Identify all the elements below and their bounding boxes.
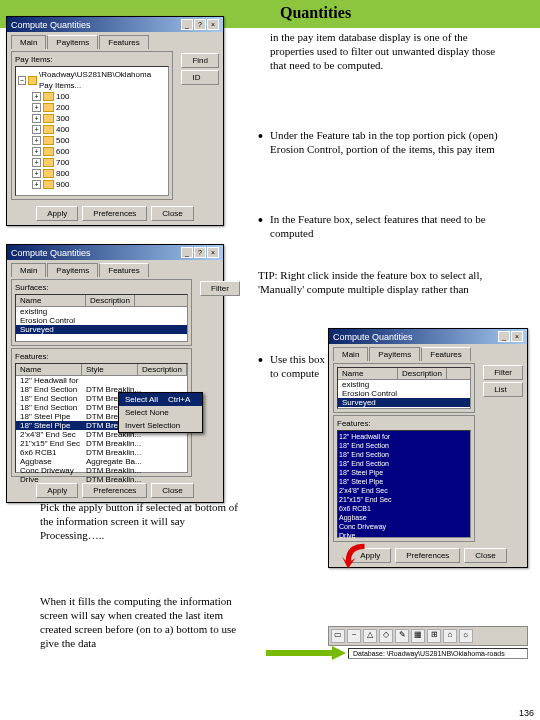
close-button[interactable]: × (511, 331, 523, 342)
expand-icon[interactable]: + (32, 147, 41, 156)
list-item[interactable]: Erosion Control (339, 389, 400, 398)
tab-main[interactable]: Main (11, 35, 46, 49)
filter-button[interactable]: Filter (200, 281, 240, 296)
surfaces-list[interactable]: NameDescription existing Erosion Control… (337, 367, 471, 409)
apply-button[interactable]: Apply (36, 206, 78, 221)
id-button[interactable]: ID (181, 70, 219, 85)
tool-icon[interactable]: ✎ (395, 629, 409, 643)
tool-icon[interactable]: ▦ (411, 629, 425, 643)
tab-features[interactable]: Features (99, 35, 149, 49)
list-item[interactable]: 6x6 RCB1 (339, 504, 469, 513)
list-item[interactable]: 12" Headwall for (339, 432, 469, 441)
list-item[interactable]: Erosion Control (17, 316, 78, 325)
find-button[interactable]: Find (181, 53, 219, 68)
titlebar[interactable]: Compute Quantities _ × (329, 329, 527, 344)
col-desc[interactable]: Description (138, 364, 187, 375)
list-item[interactable]: Drive (17, 475, 83, 484)
list-item[interactable]: 18" End Section (17, 385, 83, 394)
features-selected-list[interactable]: 12" Headwall for 18" End Section 18" End… (337, 430, 471, 538)
list-item[interactable]: 18" End Section (17, 403, 83, 412)
list-item[interactable]: 2'x4'8" End Sec (17, 430, 83, 439)
menu-select-all[interactable]: Select AllCtrl+A (119, 393, 202, 406)
close-button[interactable]: × (207, 19, 219, 30)
expand-icon[interactable]: + (32, 114, 41, 123)
list-item[interactable]: 2'x4'8" End Sec (339, 486, 469, 495)
tab-features[interactable]: Features (99, 263, 149, 277)
close-button[interactable]: × (207, 247, 219, 258)
payitems-tree[interactable]: −\Roadway\US281NB\Oklahoma Pay Items... … (15, 66, 169, 196)
tree-folder[interactable]: 900 (56, 179, 69, 190)
close-button[interactable]: Close (464, 548, 506, 563)
preferences-button[interactable]: Preferences (395, 548, 460, 563)
tree-folder[interactable]: 300 (56, 113, 69, 124)
list-item[interactable]: 18" End Section (339, 441, 469, 450)
list-item[interactable]: 18" Steel Pipe (17, 421, 83, 430)
tab-main[interactable]: Main (11, 263, 46, 277)
col-name[interactable]: Name (338, 368, 398, 379)
list-item[interactable]: 18" End Section (17, 394, 83, 403)
tree-folder[interactable]: 700 (56, 157, 69, 168)
tree-folder[interactable]: 100 (56, 91, 69, 102)
collapse-icon[interactable]: − (18, 76, 26, 85)
list-item[interactable]: 18" End Section (339, 459, 469, 468)
col-style[interactable]: Style (82, 364, 138, 375)
tab-main[interactable]: Main (333, 347, 368, 361)
list-item[interactable]: Surveyed (339, 398, 379, 407)
tool-icon[interactable]: ◇ (379, 629, 393, 643)
tool-icon[interactable]: ▭ (331, 629, 345, 643)
tree-folder[interactable]: 400 (56, 124, 69, 135)
expand-icon[interactable]: + (32, 125, 41, 134)
col-desc[interactable]: Description (86, 295, 135, 306)
expand-icon[interactable]: + (32, 158, 41, 167)
list-item[interactable]: 21"x15" End Sec (339, 495, 469, 504)
list-item[interactable]: 18" Steel Pipe (17, 412, 83, 421)
tab-payitems[interactable]: Payitems (47, 263, 98, 277)
list-item[interactable]: 6x6 RCB1 (17, 448, 83, 457)
tool-icon[interactable]: ☼ (459, 629, 473, 643)
list-item[interactable]: Conc Driveway (339, 522, 469, 531)
help-button[interactable]: ? (194, 247, 206, 258)
tab-payitems[interactable]: Payitems (369, 347, 420, 361)
expand-icon[interactable]: + (32, 103, 41, 112)
expand-icon[interactable]: + (32, 180, 41, 189)
list-item[interactable]: Aggbase (339, 513, 469, 522)
list-button[interactable]: List (483, 382, 523, 397)
list-item[interactable]: Surveyed (17, 325, 57, 334)
tool-icon[interactable]: △ (363, 629, 377, 643)
list-item[interactable]: Conc Driveway (17, 466, 83, 475)
surfaces-list[interactable]: NameDescription existing Erosion Control… (15, 294, 188, 342)
menu-select-none[interactable]: Select None (119, 406, 202, 419)
preferences-button[interactable]: Preferences (82, 483, 147, 498)
list-item[interactable]: 18" Steel Pipe (339, 477, 469, 486)
expand-icon[interactable]: + (32, 169, 41, 178)
minimize-button[interactable]: _ (498, 331, 510, 342)
list-item[interactable]: 21"x15" End Sec (17, 439, 83, 448)
list-item[interactable]: Drive (339, 531, 469, 540)
close-button[interactable]: Close (151, 483, 193, 498)
menu-invert-selection[interactable]: Invert Selection (119, 419, 202, 432)
minimize-button[interactable]: _ (181, 19, 193, 30)
col-name[interactable]: Name (16, 364, 82, 375)
tree-folder[interactable]: 500 (56, 135, 69, 146)
col-name[interactable]: Name (16, 295, 86, 306)
list-item[interactable]: 12" Headwall for (17, 376, 83, 385)
apply-button[interactable]: Apply (36, 483, 78, 498)
preferences-button[interactable]: Preferences (82, 206, 147, 221)
minimize-button[interactable]: _ (181, 247, 193, 258)
expand-icon[interactable]: + (32, 136, 41, 145)
expand-icon[interactable]: + (32, 92, 41, 101)
tree-folder[interactable]: 200 (56, 102, 69, 113)
titlebar[interactable]: Compute Quantities _ ? × (7, 245, 223, 260)
list-item[interactable]: Aggbase (17, 457, 83, 466)
col-desc[interactable]: Description (398, 368, 447, 379)
list-item[interactable]: existing (339, 380, 372, 389)
tree-folder[interactable]: 800 (56, 168, 69, 179)
tree-root[interactable]: \Roadway\US281NB\Oklahoma Pay Items... (39, 69, 166, 91)
tree-folder[interactable]: 600 (56, 146, 69, 157)
tool-icon[interactable]: ⊞ (427, 629, 441, 643)
filter-button[interactable]: Filter (483, 365, 523, 380)
tool-icon[interactable]: ⌂ (443, 629, 457, 643)
list-item[interactable]: 18" Steel Pipe (339, 468, 469, 477)
help-button[interactable]: ? (194, 19, 206, 30)
close-button[interactable]: Close (151, 206, 193, 221)
